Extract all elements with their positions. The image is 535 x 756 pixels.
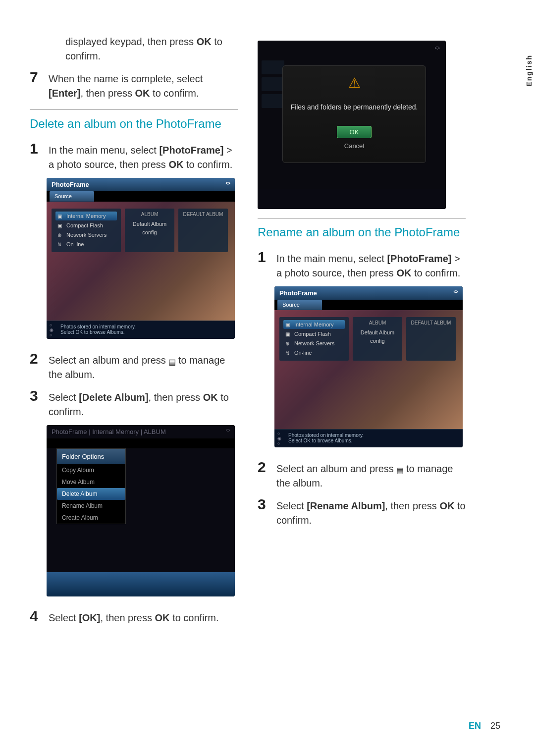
delete-step-4: 4 Select [OK], then press OK to confirm. — [30, 605, 238, 627]
folder-option: Move Album — [57, 476, 125, 488]
wifi-icon: ⌔ — [454, 288, 458, 296]
page-footer: EN 25 — [469, 721, 500, 731]
source-item: ⊕Network Servers — [283, 339, 345, 348]
nav-glyphs: ○◉○ — [50, 323, 54, 338]
device-title: PhotoFrame — [279, 289, 317, 297]
ghost-panels — [262, 60, 284, 111]
folder-options-box: Folder Options Copy Album Move Album Del… — [56, 448, 126, 524]
confirm-dialog: ⚠ Files and folders be permanently delet… — [282, 65, 426, 163]
device-tab: Source — [277, 300, 322, 310]
dialog-message: Files and folders be permanently deleted… — [290, 103, 419, 111]
source-item-selected: ▣Internal Memory — [283, 320, 345, 329]
device-screenshot-source-2: PhotoFrame ⌔ Source ▣Internal Memory ▣Co… — [274, 286, 463, 447]
divider — [30, 109, 238, 110]
delete-step-3: 3 Select [Delete Album], then press OK t… — [30, 385, 238, 419]
menu-icon — [396, 463, 403, 471]
rename-step-1: 1 In the main menu, select [PhotoFrame] … — [258, 246, 466, 280]
wifi-icon: ⌔ — [226, 180, 230, 188]
language-tab: English — [523, 50, 535, 92]
device-tab: Source — [50, 191, 94, 202]
folder-options-header: Folder Options — [57, 449, 125, 464]
device-footer — [47, 572, 235, 596]
continuation-text: displayed keypad, then press OK to confi… — [65, 35, 238, 63]
content-pane: Default Album — [178, 209, 228, 252]
source-item: ▣Compact Flash — [283, 329, 345, 338]
source-item: ▣Compact Flash — [55, 221, 117, 230]
right-column: ⌔ ⚠ Files and folders be permanently del… — [258, 35, 466, 630]
rename-step-3: 3 Select [Rename Album], then press OK t… — [258, 493, 466, 528]
device-title: PhotoFrame — [52, 181, 89, 188]
device-screenshot-dialog: ⌔ ⚠ Files and folders be permanently del… — [258, 41, 446, 209]
folder-option: Copy Album — [57, 464, 125, 476]
folder-option-selected: Delete Album — [57, 488, 125, 500]
folder-option: Create Album — [57, 512, 125, 524]
footer-lang: EN — [469, 721, 481, 731]
source-pane: ▣Internal Memory ▣Compact Flash ⊕Network… — [52, 209, 121, 252]
nav-glyphs: ○◉○ — [277, 432, 281, 446]
wifi-icon: ⌔ — [226, 427, 230, 435]
menu-icon — [168, 354, 175, 362]
delete-step-2: 2 Select an album and press to manage th… — [30, 348, 238, 382]
device-crumb: PhotoFrame | Internal Memory | ALBUM — [52, 428, 166, 435]
dialog-ok-button: OK — [337, 126, 372, 138]
step-7: 7 When the name is complete, select [Ent… — [30, 66, 238, 101]
section-title-delete: Delete an album on the PhotoFrame — [30, 117, 238, 131]
delete-step-1: 1 In the main menu, select [PhotoFrame] … — [30, 138, 238, 172]
source-item-selected: ▣Internal Memory — [55, 212, 117, 220]
rename-step-2: 2 Select an album and press to manage th… — [258, 456, 466, 490]
device-footer: ○◉○ Photos stored on internal memory. Se… — [274, 429, 463, 447]
source-item: ⊕Network Servers — [55, 230, 117, 239]
album-pane: ALBUM Default Album config — [353, 317, 402, 361]
footer-page: 25 — [490, 721, 500, 731]
device-screenshot-folder-options: PhotoFrame | Internal Memory | ALBUM ⌔ F… — [47, 425, 235, 596]
step-number: 7 — [30, 66, 49, 88]
source-pane: ▣Internal Memory ▣Compact Flash ⊕Network… — [279, 317, 349, 361]
content-pane: Default Album — [406, 317, 456, 361]
wifi-icon: ⌔ — [435, 45, 440, 54]
device-screenshot-source: PhotoFrame ⌔ Source ▣Internal Memory ▣Co… — [47, 178, 235, 339]
device-footer: ○◉○ Photos stored on internal memory. Se… — [47, 321, 235, 339]
dialog-cancel-button: Cancel — [337, 140, 372, 152]
source-item: ℕOn-line — [55, 240, 117, 249]
section-title-rename: Rename an album on the PhotoFrame — [258, 225, 466, 239]
folder-option: Rename Album — [57, 500, 125, 512]
album-pane: ALBUM Default Album config — [125, 209, 174, 252]
left-column: displayed keypad, then press OK to confi… — [30, 35, 238, 630]
divider — [258, 218, 466, 218]
warning-icon: ⚠ — [290, 75, 419, 91]
source-item: ℕOn-line — [283, 348, 345, 357]
